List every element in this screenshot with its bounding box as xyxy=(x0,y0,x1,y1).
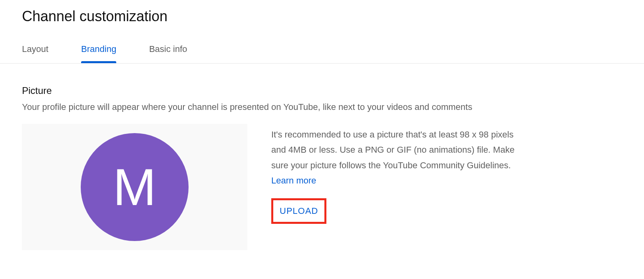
avatar: M xyxy=(81,133,189,241)
avatar-letter: M xyxy=(113,157,156,217)
tab-layout[interactable]: Layout xyxy=(22,44,48,63)
tab-branding[interactable]: Branding xyxy=(81,44,116,63)
picture-info: It's recommended to use a picture that's… xyxy=(271,124,527,250)
recommendation-text: It's recommended to use a picture that's… xyxy=(271,130,515,170)
tabs-container: Layout Branding Basic info xyxy=(0,44,644,64)
upload-highlight: UPLOAD xyxy=(271,198,326,224)
picture-recommendation: It's recommended to use a picture that's… xyxy=(271,127,527,189)
upload-button[interactable]: UPLOAD xyxy=(280,206,318,216)
picture-heading: Picture xyxy=(22,85,622,96)
picture-section: Picture Your profile picture will appear… xyxy=(22,85,622,250)
learn-more-link[interactable]: Learn more xyxy=(271,175,316,185)
picture-description: Your profile picture will appear where y… xyxy=(22,101,622,114)
picture-row: M It's recommended to use a picture that… xyxy=(22,124,622,250)
page-title: Channel customization xyxy=(22,8,622,25)
picture-preview: M xyxy=(22,124,247,250)
tab-basic-info[interactable]: Basic info xyxy=(149,44,187,63)
